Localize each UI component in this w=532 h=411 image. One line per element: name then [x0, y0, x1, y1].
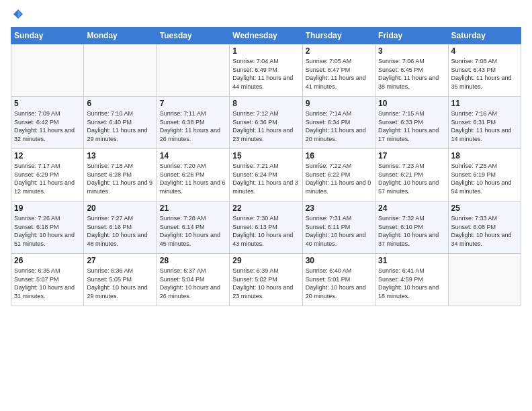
day-number: 19 — [14, 203, 81, 213]
day-number: 28 — [160, 256, 226, 265]
calendar-cell: 9Sunrise: 7:14 AM Sunset: 6:34 PM Daylig… — [302, 97, 375, 149]
calendar-cell: 6Sunrise: 7:10 AM Sunset: 6:40 PM Daylig… — [84, 97, 157, 149]
calendar-cell: 24Sunrise: 7:32 AM Sunset: 6:10 PM Dayli… — [375, 201, 448, 254]
day-info: Sunrise: 7:08 AM Sunset: 6:43 PM Dayligh… — [451, 57, 518, 91]
col-header-saturday: Saturday — [448, 28, 521, 44]
day-number: 3 — [378, 46, 445, 56]
col-header-tuesday: Tuesday — [157, 28, 229, 44]
day-number: 27 — [87, 256, 153, 265]
col-header-monday: Monday — [84, 28, 157, 44]
day-info: Sunrise: 7:20 AM Sunset: 6:26 PM Dayligh… — [160, 162, 226, 195]
day-number: 24 — [378, 203, 445, 213]
day-info: Sunrise: 7:15 AM Sunset: 6:33 PM Dayligh… — [378, 109, 445, 143]
day-info: Sunrise: 6:36 AM Sunset: 5:05 PM Dayligh… — [87, 267, 153, 300]
day-number: 16 — [306, 151, 372, 161]
day-number: 11 — [451, 99, 518, 108]
calendar-cell: 18Sunrise: 7:25 AM Sunset: 6:19 PM Dayli… — [448, 149, 521, 201]
day-number: 14 — [160, 151, 226, 161]
calendar-cell: 28Sunrise: 6:37 AM Sunset: 5:04 PM Dayli… — [157, 254, 229, 306]
calendar-cell: 7Sunrise: 7:11 AM Sunset: 6:38 PM Daylig… — [157, 97, 229, 149]
calendar-cell: 1Sunrise: 7:04 AM Sunset: 6:49 PM Daylig… — [230, 44, 302, 97]
calendar-cell: 21Sunrise: 7:28 AM Sunset: 6:14 PM Dayli… — [157, 201, 229, 254]
day-info: Sunrise: 7:25 AM Sunset: 6:19 PM Dayligh… — [451, 162, 518, 195]
calendar-cell — [448, 254, 521, 306]
calendar-cell: 15Sunrise: 7:21 AM Sunset: 6:24 PM Dayli… — [230, 149, 302, 201]
calendar-cell: 23Sunrise: 7:31 AM Sunset: 6:11 PM Dayli… — [302, 201, 375, 254]
day-info: Sunrise: 7:30 AM Sunset: 6:13 PM Dayligh… — [232, 214, 299, 248]
calendar-cell — [11, 44, 84, 97]
day-info: Sunrise: 7:11 AM Sunset: 6:38 PM Dayligh… — [160, 109, 226, 143]
day-info: Sunrise: 7:04 AM Sunset: 6:49 PM Dayligh… — [232, 57, 299, 91]
day-info: Sunrise: 7:32 AM Sunset: 6:10 PM Dayligh… — [378, 214, 445, 248]
day-info: Sunrise: 7:16 AM Sunset: 6:31 PM Dayligh… — [451, 109, 518, 143]
calendar-cell: 22Sunrise: 7:30 AM Sunset: 6:13 PM Dayli… — [230, 201, 302, 254]
calendar-cell — [157, 44, 229, 97]
calendar-cell: 30Sunrise: 6:40 AM Sunset: 5:01 PM Dayli… — [302, 254, 375, 306]
day-info: Sunrise: 7:12 AM Sunset: 6:36 PM Dayligh… — [232, 109, 299, 143]
calendar-week-row: 5Sunrise: 7:09 AM Sunset: 6:42 PM Daylig… — [11, 97, 521, 149]
calendar-cell — [84, 44, 157, 97]
page: SundayMondayTuesdayWednesdayThursdayFrid… — [0, 0, 532, 411]
calendar-week-row: 19Sunrise: 7:26 AM Sunset: 6:18 PM Dayli… — [11, 201, 521, 254]
calendar-table: SundayMondayTuesdayWednesdayThursdayFrid… — [11, 27, 521, 306]
day-info: Sunrise: 7:28 AM Sunset: 6:14 PM Dayligh… — [160, 214, 226, 248]
day-number: 31 — [378, 256, 445, 265]
day-number: 18 — [451, 151, 518, 161]
day-info: Sunrise: 6:41 AM Sunset: 4:59 PM Dayligh… — [378, 267, 445, 300]
calendar-week-row: 1Sunrise: 7:04 AM Sunset: 6:49 PM Daylig… — [11, 44, 521, 97]
day-number: 22 — [232, 203, 299, 213]
calendar-cell: 2Sunrise: 7:05 AM Sunset: 6:47 PM Daylig… — [302, 44, 375, 97]
calendar-week-row: 26Sunrise: 6:35 AM Sunset: 5:07 PM Dayli… — [11, 254, 521, 306]
header — [11, 8, 521, 21]
day-number: 26 — [14, 256, 81, 265]
calendar-cell: 12Sunrise: 7:17 AM Sunset: 6:29 PM Dayli… — [11, 149, 84, 201]
day-info: Sunrise: 7:06 AM Sunset: 6:45 PM Dayligh… — [378, 57, 445, 91]
day-number: 8 — [232, 99, 299, 108]
calendar-cell: 17Sunrise: 7:23 AM Sunset: 6:21 PM Dayli… — [375, 149, 448, 201]
calendar-cell: 3Sunrise: 7:06 AM Sunset: 6:45 PM Daylig… — [375, 44, 448, 97]
day-info: Sunrise: 7:18 AM Sunset: 6:28 PM Dayligh… — [87, 162, 153, 195]
calendar-cell: 4Sunrise: 7:08 AM Sunset: 6:43 PM Daylig… — [448, 44, 521, 97]
day-info: Sunrise: 7:23 AM Sunset: 6:21 PM Dayligh… — [378, 162, 445, 195]
day-info: Sunrise: 7:21 AM Sunset: 6:24 PM Dayligh… — [232, 162, 299, 195]
calendar-cell: 20Sunrise: 7:27 AM Sunset: 6:16 PM Dayli… — [84, 201, 157, 254]
day-info: Sunrise: 7:27 AM Sunset: 6:16 PM Dayligh… — [87, 214, 153, 248]
col-header-wednesday: Wednesday — [230, 28, 302, 44]
day-number: 10 — [378, 99, 445, 108]
calendar-cell: 14Sunrise: 7:20 AM Sunset: 6:26 PM Dayli… — [157, 149, 229, 201]
calendar-cell: 19Sunrise: 7:26 AM Sunset: 6:18 PM Dayli… — [11, 201, 84, 254]
calendar-cell: 13Sunrise: 7:18 AM Sunset: 6:28 PM Dayli… — [84, 149, 157, 201]
calendar-cell: 25Sunrise: 7:33 AM Sunset: 6:08 PM Dayli… — [448, 201, 521, 254]
day-number: 5 — [14, 99, 81, 108]
day-number: 13 — [87, 151, 153, 161]
calendar-cell: 26Sunrise: 6:35 AM Sunset: 5:07 PM Dayli… — [11, 254, 84, 306]
day-number: 7 — [160, 99, 226, 108]
day-number: 21 — [160, 203, 226, 213]
day-info: Sunrise: 6:39 AM Sunset: 5:02 PM Dayligh… — [232, 267, 299, 300]
day-number: 4 — [451, 46, 518, 56]
day-info: Sunrise: 7:05 AM Sunset: 6:47 PM Dayligh… — [306, 57, 372, 91]
day-info: Sunrise: 7:10 AM Sunset: 6:40 PM Dayligh… — [87, 109, 153, 143]
calendar-week-row: 12Sunrise: 7:17 AM Sunset: 6:29 PM Dayli… — [11, 149, 521, 201]
day-info: Sunrise: 6:35 AM Sunset: 5:07 PM Dayligh… — [14, 267, 81, 300]
day-info: Sunrise: 7:22 AM Sunset: 6:22 PM Dayligh… — [306, 162, 372, 195]
day-info: Sunrise: 6:40 AM Sunset: 5:01 PM Dayligh… — [306, 267, 372, 300]
day-number: 9 — [306, 99, 372, 108]
day-info: Sunrise: 7:09 AM Sunset: 6:42 PM Dayligh… — [14, 109, 81, 143]
day-info: Sunrise: 7:31 AM Sunset: 6:11 PM Dayligh… — [306, 214, 372, 248]
calendar-cell: 31Sunrise: 6:41 AM Sunset: 4:59 PM Dayli… — [375, 254, 448, 306]
day-number: 30 — [306, 256, 372, 265]
col-header-friday: Friday — [375, 28, 448, 44]
day-number: 12 — [14, 151, 81, 161]
logo-icon — [12, 8, 24, 20]
logo — [11, 8, 24, 21]
calendar-cell: 11Sunrise: 7:16 AM Sunset: 6:31 PM Dayli… — [448, 97, 521, 149]
calendar-cell: 8Sunrise: 7:12 AM Sunset: 6:36 PM Daylig… — [230, 97, 302, 149]
calendar-cell: 29Sunrise: 6:39 AM Sunset: 5:02 PM Dayli… — [230, 254, 302, 306]
day-number: 25 — [451, 203, 518, 213]
calendar-cell: 5Sunrise: 7:09 AM Sunset: 6:42 PM Daylig… — [11, 97, 84, 149]
day-number: 29 — [232, 256, 299, 265]
day-info: Sunrise: 7:14 AM Sunset: 6:34 PM Dayligh… — [306, 109, 372, 143]
day-number: 1 — [232, 46, 299, 56]
col-header-sunday: Sunday — [11, 28, 84, 44]
